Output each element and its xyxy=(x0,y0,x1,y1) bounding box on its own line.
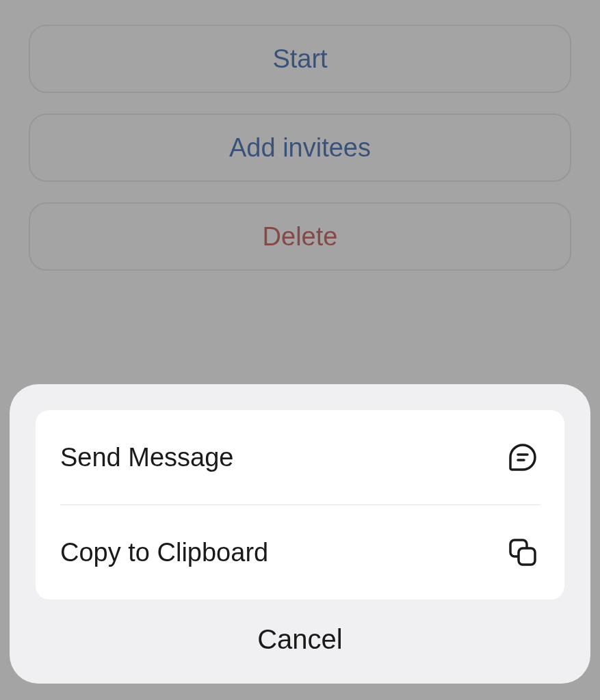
cancel-button[interactable]: Cancel xyxy=(36,600,564,663)
send-message-label: Send Message xyxy=(60,443,234,472)
send-message-option[interactable]: Send Message xyxy=(36,410,564,504)
cancel-button-label: Cancel xyxy=(257,624,343,655)
copy-icon xyxy=(506,535,540,569)
copy-to-clipboard-option[interactable]: Copy to Clipboard xyxy=(36,505,564,600)
action-options-group: Send Message Copy to Clipboard xyxy=(36,410,564,600)
copy-to-clipboard-label: Copy to Clipboard xyxy=(60,538,268,567)
svg-rect-3 xyxy=(519,548,535,565)
action-sheet: Send Message Copy to Clipboard Cancel xyxy=(10,384,590,684)
message-icon xyxy=(506,440,540,474)
